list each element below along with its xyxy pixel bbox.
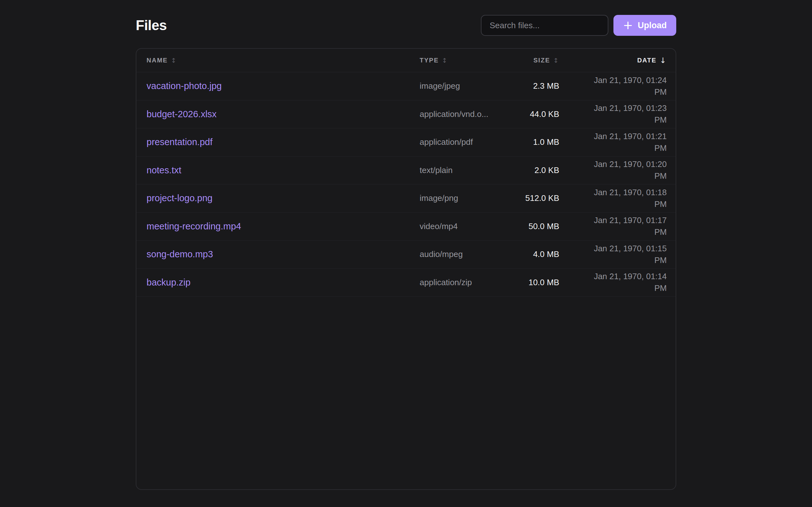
file-date: Jan 21, 1970, 01:14 PM — [559, 271, 667, 294]
table-row[interactable]: song-demo.mp3 audio/mpeg 4.0 MB Jan 21, … — [136, 240, 676, 269]
table-row[interactable]: notes.txt text/plain 2.0 KB Jan 21, 1970… — [136, 157, 676, 185]
file-name-link[interactable]: song-demo.mp3 — [147, 249, 420, 260]
table-row[interactable]: vacation-photo.jpg image/jpeg 2.3 MB Jan… — [136, 72, 676, 101]
column-header-size[interactable]: SIZE ↕ — [515, 57, 559, 64]
table-row[interactable]: meeting-recording.mp4 video/mp4 50.0 MB … — [136, 213, 676, 241]
top-bar: Files + Upload — [136, 14, 676, 36]
file-name-link[interactable]: vacation-photo.jpg — [147, 81, 420, 91]
column-header-size-label: SIZE — [534, 57, 550, 64]
file-date: Jan 21, 1970, 01:23 PM — [559, 102, 667, 126]
file-type: image/png — [420, 193, 515, 203]
main-container: Files + Upload NAME ↕ TYPE ↕ SIZE ↕ — [136, 0, 676, 490]
file-size: 50.0 MB — [515, 222, 559, 231]
file-size: 1.0 MB — [515, 137, 559, 147]
files-table-card: NAME ↕ TYPE ↕ SIZE ↕ DATE ↓ vacation-pho… — [136, 48, 676, 490]
file-date: Jan 21, 1970, 01:20 PM — [559, 158, 667, 182]
table-row[interactable]: presentation.pdf application/pdf 1.0 MB … — [136, 128, 676, 157]
file-name-link[interactable]: meeting-recording.mp4 — [147, 221, 420, 232]
top-bar-actions: + Upload — [481, 15, 676, 36]
file-size: 4.0 MB — [515, 249, 559, 259]
file-type: text/plain — [420, 165, 515, 175]
file-type: application/vnd.o... — [420, 109, 515, 119]
file-name-link[interactable]: presentation.pdf — [147, 137, 420, 147]
column-header-name[interactable]: NAME ↕ — [147, 57, 420, 64]
search-input[interactable] — [481, 15, 608, 36]
sort-both-icon: ↕ — [553, 57, 559, 64]
file-name-link[interactable]: project-logo.png — [147, 193, 420, 204]
file-type: application/zip — [420, 278, 515, 287]
sort-both-icon: ↕ — [171, 57, 177, 64]
file-name-link[interactable]: budget-2026.xlsx — [147, 109, 420, 119]
file-date: Jan 21, 1970, 01:15 PM — [559, 243, 667, 266]
page-title: Files — [136, 17, 167, 33]
file-date: Jan 21, 1970, 01:18 PM — [559, 187, 667, 210]
file-type: audio/mpeg — [420, 249, 515, 259]
file-date: Jan 21, 1970, 01:21 PM — [559, 130, 667, 154]
table-row[interactable]: backup.zip application/zip 10.0 MB Jan 2… — [136, 269, 676, 297]
column-header-date-label: DATE — [637, 57, 657, 64]
column-header-type-label: TYPE — [420, 57, 439, 64]
sort-desc-icon: ↓ — [660, 56, 667, 65]
sort-both-icon: ↕ — [442, 57, 448, 64]
plus-icon: + — [623, 19, 633, 31]
file-date: Jan 21, 1970, 01:24 PM — [559, 74, 667, 98]
file-size: 512.0 KB — [515, 193, 559, 203]
file-size: 10.0 MB — [515, 278, 559, 287]
column-header-name-label: NAME — [147, 57, 168, 64]
upload-button[interactable]: + Upload — [613, 15, 676, 36]
file-type: image/jpeg — [420, 81, 515, 91]
file-name-link[interactable]: notes.txt — [147, 165, 420, 176]
file-name-link[interactable]: backup.zip — [147, 277, 420, 288]
column-header-type[interactable]: TYPE ↕ — [420, 57, 515, 64]
column-header-date[interactable]: DATE ↓ — [559, 56, 667, 65]
upload-button-label: Upload — [638, 20, 667, 31]
table-row[interactable]: project-logo.png image/png 512.0 KB Jan … — [136, 184, 676, 213]
file-type: application/pdf — [420, 137, 515, 147]
table-row[interactable]: budget-2026.xlsx application/vnd.o... 44… — [136, 101, 676, 129]
file-size: 2.0 KB — [515, 165, 559, 175]
table-header-row: NAME ↕ TYPE ↕ SIZE ↕ DATE ↓ — [136, 49, 676, 72]
file-size: 44.0 KB — [515, 109, 559, 119]
file-size: 2.3 MB — [515, 81, 559, 91]
file-type: video/mp4 — [420, 222, 515, 231]
file-date: Jan 21, 1970, 01:17 PM — [559, 215, 667, 238]
